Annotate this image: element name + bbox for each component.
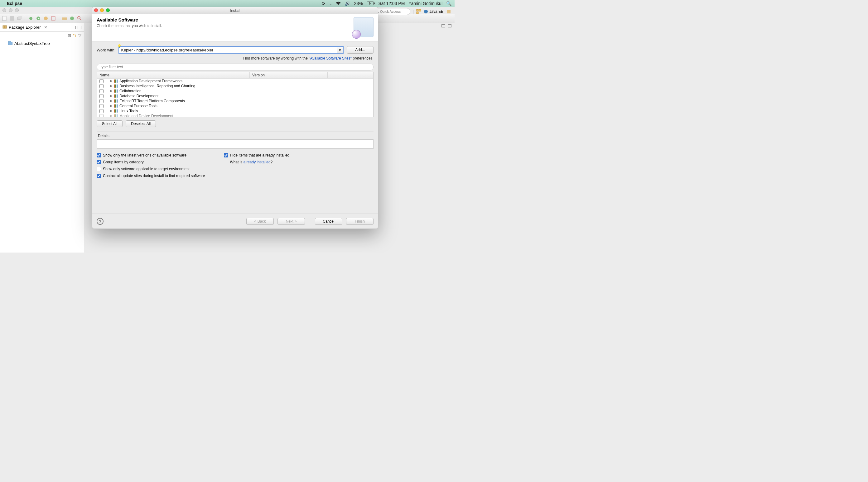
info-bulb-icon: 💡 xyxy=(117,44,122,48)
category-checkbox[interactable] xyxy=(99,104,103,108)
disclosure-icon[interactable] xyxy=(111,115,112,117)
column-version[interactable]: Version xyxy=(250,72,328,78)
work-with-input[interactable] xyxy=(119,47,337,53)
new-server-icon[interactable] xyxy=(62,16,67,21)
category-checkbox[interactable] xyxy=(99,89,103,93)
volume-icon[interactable]: 🔊 xyxy=(345,1,350,6)
dialog-minimize-icon[interactable] xyxy=(100,8,104,12)
deselect-all-button[interactable]: Deselect All xyxy=(126,120,156,127)
opt-latest-versions[interactable]: Show only the latest versions of availab… xyxy=(97,153,205,157)
dialog-zoom-icon[interactable] xyxy=(106,8,110,12)
opt-contact-sites[interactable]: Contact all update sites during install … xyxy=(97,174,205,178)
disclosure-icon[interactable] xyxy=(111,100,112,102)
open-type-icon[interactable] xyxy=(69,16,75,21)
category-checkbox[interactable] xyxy=(99,84,103,88)
opt-contact-checkbox[interactable] xyxy=(97,174,101,178)
perspective-java-ee[interactable]: Java EE xyxy=(424,9,443,14)
battery-icon[interactable] xyxy=(367,2,375,5)
project-name: AbstractSyntaxTree xyxy=(14,41,50,46)
disclosure-icon[interactable] xyxy=(111,110,112,112)
help-icon[interactable]: ? xyxy=(97,218,103,225)
category-checkbox[interactable] xyxy=(99,79,103,83)
new-icon[interactable] xyxy=(2,16,7,21)
back-button[interactable]: < Back xyxy=(246,218,274,225)
timemachine-icon[interactable]: ⟳ xyxy=(322,1,326,6)
eclipse-workbench: Quick Access | Java EE Package Explorer … xyxy=(0,7,455,252)
view-close-icon[interactable]: ✕ xyxy=(44,25,48,30)
header-subtitle: Check the items that you wish to install… xyxy=(97,24,162,28)
next-button[interactable]: Next > xyxy=(278,218,305,225)
category-checkbox[interactable] xyxy=(99,99,103,103)
run-last-icon[interactable] xyxy=(43,16,49,21)
disclosure-icon[interactable] xyxy=(111,80,112,82)
category-icon xyxy=(114,89,118,93)
select-all-button[interactable]: Select All xyxy=(97,120,123,127)
disclosure-icon[interactable] xyxy=(111,105,112,107)
wifi-icon[interactable] xyxy=(336,2,341,6)
perspective-other-icon[interactable] xyxy=(446,9,452,14)
category-label: Mobile and Device Development xyxy=(119,114,173,117)
category-row[interactable]: General Purpose Tools xyxy=(97,103,373,109)
opt-latest-checkbox[interactable] xyxy=(97,153,101,157)
spotlight-icon[interactable]: 🔍 xyxy=(446,1,452,6)
category-row[interactable]: Database Development xyxy=(97,93,373,98)
svg-rect-18 xyxy=(447,10,451,13)
save-all-icon[interactable] xyxy=(17,16,23,21)
details-label: Details xyxy=(98,134,373,138)
collapse-all-icon[interactable]: ⊟ xyxy=(68,33,71,38)
debug-icon[interactable] xyxy=(28,16,34,21)
category-icon xyxy=(114,80,118,83)
work-with-combo[interactable]: 💡 ▾ xyxy=(119,46,344,54)
opt-group-checkbox[interactable] xyxy=(97,160,101,164)
opt-hide-checkbox[interactable] xyxy=(224,153,228,157)
disclosure-icon[interactable] xyxy=(111,90,112,92)
dialog-close-icon[interactable] xyxy=(94,8,98,12)
external-tools-icon[interactable] xyxy=(51,16,56,21)
category-checkbox[interactable] xyxy=(99,94,103,98)
category-row[interactable]: Mobile and Device Development xyxy=(97,114,373,117)
link-editor-icon[interactable]: ⇆ xyxy=(73,33,76,38)
category-icon xyxy=(114,94,118,98)
project-tree-item[interactable]: AbstractSyntaxTree xyxy=(0,40,84,47)
pe-maximize-icon[interactable] xyxy=(78,26,82,29)
quick-access-input[interactable]: Quick Access xyxy=(373,8,410,15)
category-row[interactable]: Collaboration xyxy=(97,89,373,93)
run-icon[interactable] xyxy=(35,16,41,21)
disclosure-icon[interactable] xyxy=(111,95,112,97)
opt-hide-installed[interactable]: Hide items that are already installed xyxy=(224,153,290,157)
column-name[interactable]: Name xyxy=(97,72,250,78)
svg-rect-5 xyxy=(19,16,22,19)
menubar-user[interactable]: Yamini Gotimukul xyxy=(408,1,442,6)
work-with-label: Work with: xyxy=(97,48,115,52)
install-graphic-icon xyxy=(353,17,373,37)
category-checkbox[interactable] xyxy=(99,109,103,113)
category-row[interactable]: Linux Tools xyxy=(97,109,373,114)
open-perspective-icon[interactable] xyxy=(416,9,421,14)
category-row[interactable]: EclipseRT Target Platform Components xyxy=(97,98,373,103)
menubar-clock[interactable]: Sat 12:03 PM xyxy=(378,1,405,6)
category-checkbox[interactable] xyxy=(99,114,103,117)
already-installed-link[interactable]: already installed xyxy=(244,160,271,164)
cancel-button[interactable]: Cancel xyxy=(315,218,342,225)
window-minimize-icon[interactable] xyxy=(9,8,12,12)
search-icon[interactable] xyxy=(77,16,82,21)
pe-minimize-icon[interactable] xyxy=(72,26,76,29)
opt-group-category[interactable]: Group items by category xyxy=(97,160,205,164)
category-row[interactable]: Application Development Frameworks xyxy=(97,79,373,84)
filter-input[interactable] xyxy=(97,64,373,70)
add-site-button[interactable]: Add... xyxy=(347,46,373,54)
bluetooth-icon[interactable]: ⌵ xyxy=(329,1,332,6)
available-sites-link[interactable]: "Available Software Sites" xyxy=(309,56,352,60)
opt-target-env[interactable]: Show only software applicable to target … xyxy=(97,167,205,171)
opt-target-checkbox[interactable] xyxy=(97,167,101,171)
menubar-app-name[interactable]: Eclipse xyxy=(7,1,22,6)
column-blank xyxy=(328,72,373,78)
category-row[interactable]: Business Intelligence, Reporting and Cha… xyxy=(97,84,373,89)
window-zoom-icon[interactable] xyxy=(15,8,19,12)
disclosure-icon[interactable] xyxy=(111,85,112,87)
window-close-icon[interactable] xyxy=(2,8,6,12)
finish-button[interactable]: Finish xyxy=(346,218,373,225)
view-menu-icon[interactable]: ▽ xyxy=(78,33,82,38)
save-icon[interactable] xyxy=(9,16,15,21)
combo-dropdown-icon[interactable]: ▾ xyxy=(337,47,343,53)
